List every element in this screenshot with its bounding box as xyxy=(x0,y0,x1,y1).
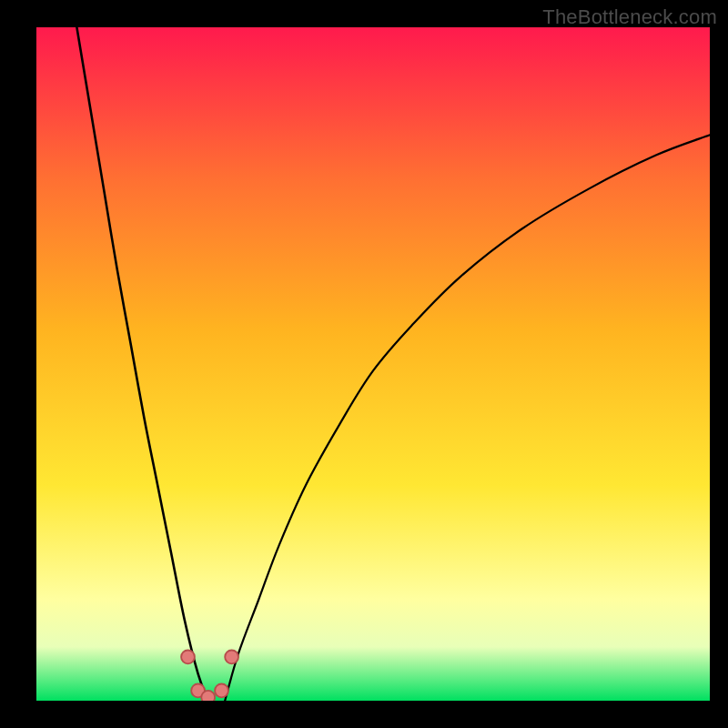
plot-area xyxy=(36,27,710,701)
watermark-text: TheBottleneck.com xyxy=(542,5,717,29)
marker-dot xyxy=(201,691,215,701)
marker-dot xyxy=(215,684,228,698)
marker-dot xyxy=(225,651,238,664)
chart-frame: TheBottleneck.com xyxy=(0,0,728,728)
curve-right-branch xyxy=(225,135,710,701)
marker-dot xyxy=(181,651,195,664)
highlight-markers xyxy=(181,651,238,702)
curve-layer xyxy=(36,27,710,701)
curve-left-branch xyxy=(76,27,207,701)
